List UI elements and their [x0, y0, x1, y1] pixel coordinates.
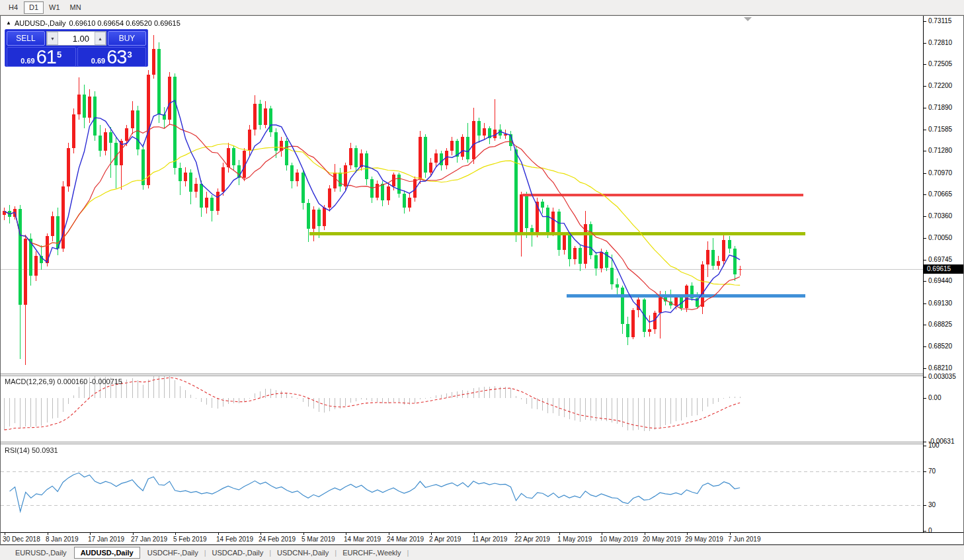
- price-axis-label: 0.72505: [928, 60, 952, 68]
- date-axis-tick: [474, 533, 475, 535]
- rsi-scale-label-tick: [924, 446, 926, 446]
- date-axis-label: 5 Feb 2019: [173, 536, 207, 543]
- date-axis-label: 11 Apr 2019: [472, 536, 507, 543]
- tab-eurusd-daily[interactable]: EURUSD-,Daily: [9, 547, 73, 558]
- timeframe-button-h4[interactable]: H4: [3, 1, 23, 14]
- timeframe-button-mn[interactable]: MN: [65, 1, 86, 14]
- price-axis-label: 0.68520: [928, 342, 952, 350]
- chart-ohlc-values: 0.69610 0.69654 0.69520 0.69615: [69, 19, 181, 27]
- macd-scale-label-tick: [924, 442, 926, 442]
- price-axis-label: 0.70970: [928, 169, 952, 177]
- macd-signal-value: -0.000715: [89, 378, 122, 385]
- chart-title: ▲ AUDUSD-,Daily 0.69610 0.69654 0.69520 …: [6, 19, 181, 27]
- price-axis-label: 0.73115: [928, 17, 951, 25]
- date-axis-label: 17 Jan 2019: [88, 536, 124, 543]
- date-axis-label: 2 Apr 2019: [429, 536, 461, 543]
- buy-price-prefix: 0.69: [91, 57, 105, 65]
- one-click-trading-panel: SELL ▼ 1.00 ▲ BUY 0.69 61 5 0.69 63 3: [5, 29, 148, 67]
- price-axis-label-tick: [924, 346, 926, 347]
- sell-price-pip-digit: 5: [57, 50, 61, 60]
- price-axis-label-tick: [924, 151, 926, 151]
- price-axis-label: 0.71280: [928, 147, 952, 155]
- timeframe-button-d1[interactable]: D1: [24, 1, 44, 14]
- symbol-arrow-icon: ▲: [6, 20, 11, 26]
- date-axis-tick: [516, 533, 517, 535]
- price-chart-canvas[interactable]: [1, 17, 923, 374]
- price-axis-label: 0.70665: [928, 190, 952, 198]
- date-axis-label: 14 Mar 2019: [344, 536, 381, 543]
- chart-shift-marker-icon[interactable]: [744, 17, 752, 21]
- price-axis-label-tick: [924, 194, 926, 195]
- sell-price-display[interactable]: 0.69 61 5: [7, 47, 76, 67]
- price-axis-label-tick: [924, 173, 926, 174]
- price-axis-label-tick: [924, 130, 926, 130]
- buy-button[interactable]: BUY: [108, 31, 146, 46]
- date-axis-label: 29 May 2019: [685, 536, 723, 543]
- price-axis-label: 0.70050: [928, 234, 952, 242]
- rsi-scale-label: 70: [928, 467, 936, 475]
- volume-increase-button[interactable]: ▲: [95, 32, 106, 45]
- tab-usdchf-daily[interactable]: USDCHF-,Daily: [141, 547, 204, 558]
- buy-price-big-digits: 63: [106, 48, 126, 66]
- price-axis-label: 0.69745: [928, 256, 952, 264]
- macd-scale-label-tick: [924, 398, 926, 399]
- date-axis-tick: [687, 533, 688, 535]
- tab-usdcad-daily[interactable]: USDCAD-,Daily: [206, 547, 270, 558]
- price-axis-label: 0.72810: [928, 39, 952, 47]
- macd-scale-label: 0.00: [928, 394, 941, 402]
- tab-usdcnh-daily[interactable]: USDCNH-,Daily: [271, 547, 335, 558]
- price-axis-label-tick: [924, 216, 926, 217]
- rsi-scale-label-tick: [924, 531, 926, 532]
- date-axis-tick: [303, 533, 304, 535]
- date-axis-label: 24 Feb 2019: [259, 536, 296, 543]
- volume-decrease-button[interactable]: ▼: [47, 32, 58, 45]
- price-axis-label-tick: [924, 43, 926, 44]
- tab-separator: |: [407, 549, 409, 557]
- tab-audusd-daily[interactable]: AUDUSD-,Daily: [74, 547, 140, 559]
- date-axis-tick: [90, 533, 91, 535]
- date-axis-label: 24 Mar 2019: [387, 536, 424, 543]
- macd-indicator-label: MACD(12,26,9) 0.000160 -0.000715: [5, 378, 122, 385]
- price-axis-label-tick: [924, 368, 926, 369]
- rsi-scale-label-tick: [924, 505, 926, 506]
- macd-chart-canvas[interactable]: [1, 376, 923, 442]
- buy-price-pip-digit: 3: [127, 50, 132, 60]
- rsi-value: 50.0931: [32, 446, 58, 454]
- price-axis-label: 0.69130: [928, 300, 952, 307]
- rsi-scale-label: 100: [928, 442, 940, 450]
- price-axis-label-tick: [924, 325, 926, 325]
- rsi-indicator-label: RSI(14) 50.0931: [5, 446, 58, 454]
- date-axis-tick: [559, 533, 560, 535]
- rsi-chart-canvas[interactable]: [1, 444, 923, 532]
- tab-eurchf-weekly[interactable]: EURCHF-,Weekly: [337, 547, 407, 558]
- time-axis[interactable]: 30 Dec 20188 Jan 201917 Jan 201927 Jan 2…: [1, 532, 963, 544]
- sell-price-prefix: 0.69: [20, 57, 34, 65]
- price-axis-label: 0.70360: [928, 212, 952, 220]
- date-axis-label: 22 Apr 2019: [514, 536, 550, 543]
- volume-input[interactable]: 1.00: [58, 32, 95, 45]
- date-axis-label: 30 Dec 2018: [3, 536, 40, 543]
- date-axis-label: 7 Jun 2019: [728, 536, 761, 543]
- current-price-badge: 0.69615: [924, 264, 963, 274]
- price-axis-label-tick: [924, 260, 926, 260]
- date-axis-tick: [389, 533, 389, 535]
- date-axis-label: 1 May 2019: [557, 536, 592, 543]
- buy-price-display[interactable]: 0.69 63 3: [77, 47, 147, 67]
- price-axis-label-tick: [924, 303, 926, 304]
- price-axis-label: 0.71585: [928, 126, 952, 134]
- price-axis[interactable]: 0.731150.728100.725050.722000.718900.715…: [923, 16, 963, 532]
- price-axis-label-tick: [924, 238, 926, 239]
- sell-button[interactable]: SELL: [7, 31, 45, 46]
- sell-price-big-digits: 61: [36, 48, 56, 66]
- timeframe-button-w1[interactable]: W1: [44, 1, 65, 14]
- price-axis-label-tick: [924, 281, 926, 282]
- date-axis-tick: [261, 533, 261, 535]
- date-axis-tick: [431, 533, 432, 535]
- rsi-scale-label: 30: [928, 501, 936, 509]
- price-axis-label-tick: [924, 108, 926, 108]
- date-axis-tick: [133, 533, 134, 535]
- price-axis-label: 0.68210: [928, 364, 952, 372]
- price-axis-label: 0.69440: [928, 277, 952, 285]
- date-axis-label: 20 May 2019: [643, 536, 681, 543]
- timeframe-toolbar: H4 D1 W1 MN: [0, 0, 964, 15]
